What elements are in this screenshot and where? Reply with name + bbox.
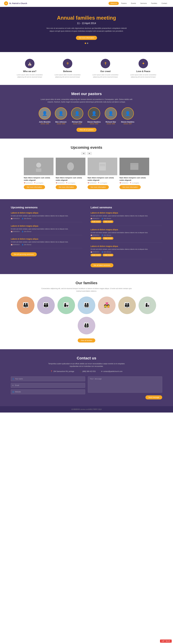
upcoming-sermons-col: Upcoming seremons Labore et dolore magna… xyxy=(11,206,82,267)
view-all-pastors-button[interactable]: View all our pastors xyxy=(76,128,97,132)
event-4-cta[interactable]: Get more information xyxy=(120,185,141,189)
event-4-meta: 📅 02/06/2014 📍 Los Angeles xyxy=(120,182,149,184)
contact-email-input[interactable] xyxy=(11,383,85,388)
event-3-meta: 📅 02/06/2014 📍 Los Angeles xyxy=(88,182,117,184)
events-grid: Nam libero tempore cum soluta nobis elig… xyxy=(11,158,162,189)
event-card-1: Nam libero tempore cum soluta nobis elig… xyxy=(24,158,54,189)
feature-peace-desc: Lorem ipsum dolor sit amet consectetur a… xyxy=(130,74,157,78)
feature-who-title: Who we are? xyxy=(16,70,43,72)
event-1-location: 📍 Los Angeles xyxy=(34,182,44,184)
nav-link-families[interactable]: Families xyxy=(149,2,159,5)
svg-point-1 xyxy=(36,163,41,168)
contact-address: 📍 294 Samueshon Rd, portage xyxy=(50,370,74,372)
pastor-2-avatar: 👤 xyxy=(55,107,67,120)
family-7: 👩‍👦 xyxy=(138,296,156,314)
feature-creed-desc: Lorem ipsum dolor sit amet consectetur a… xyxy=(92,74,119,78)
video-record-3-button[interactable]: Video record xyxy=(102,254,114,256)
feature-who-desc: Lorem ipsum dolor sit amet consectetur a… xyxy=(16,74,43,78)
event-1-meta: 📅 02/04/2014 📍 Los Angeles xyxy=(24,182,54,184)
events-nav: ◀ ▶ xyxy=(11,152,162,155)
pastor-3-date: Joined: 2002 xyxy=(71,123,83,124)
pastor-6-date: Joined: 2007 xyxy=(121,123,134,124)
video-record-2-button[interactable]: Video record xyxy=(102,237,114,240)
video-record-1-button[interactable]: Video record xyxy=(102,220,114,223)
svg-text:💑: 💑 xyxy=(104,302,110,308)
website-icon: 🌐 xyxy=(12,391,14,393)
website-field-wrap: 🌐 xyxy=(11,390,85,394)
pastor-3-avatar: 👤 xyxy=(71,107,83,120)
nav-link-sermons[interactable]: Sermons xyxy=(138,2,149,5)
event-3-cta[interactable]: Get more information xyxy=(88,185,109,189)
events-prev-button[interactable]: ◀ xyxy=(81,152,86,155)
event-4-image xyxy=(120,158,149,175)
audio-record-3-button[interactable]: Audio record xyxy=(90,254,102,256)
name-field-wrap: 👤 xyxy=(11,376,85,381)
latest-sermon-1-pastor: 👤 John Beman xyxy=(102,218,111,219)
pastor-2-date: Joined: 2000 xyxy=(55,123,67,124)
event-3-image xyxy=(88,158,117,175)
event-1-cta[interactable]: Get more information xyxy=(24,185,45,189)
event-2-location: 📍 Los Angeles xyxy=(66,182,75,184)
latest-sermon-1-btns: Audio record Video record xyxy=(90,220,162,223)
nav-link-about[interactable]: About us xyxy=(108,2,119,5)
sermon-1-date: 📅 05/04/2014 xyxy=(11,218,20,219)
feature-believes-title: Believes xyxy=(54,70,81,72)
event-2-title: Nam libero tempore cum soluta nobis elig… xyxy=(56,176,86,182)
latest-sermon-2-desc: Ut enim ad minim veniam, quis nostrud ex… xyxy=(90,232,162,234)
peace-icon: ✦ xyxy=(138,59,148,68)
events-title: Upcoming events xyxy=(11,145,162,150)
navbar: ✦ St. Patrick's Church About us Pastors … xyxy=(0,0,173,7)
hero-cta-button[interactable]: Get more information xyxy=(76,36,97,40)
latest-sermon-1-date: 📅 05/04/2014 xyxy=(90,218,99,219)
latest-sermon-3-pastor: 👤 John Beman xyxy=(102,251,111,253)
view-all-families-button[interactable]: View all families xyxy=(78,338,95,342)
family-8: 👨‍👩‍👦‍👦 xyxy=(78,317,95,334)
contact-message-input[interactable] xyxy=(88,376,162,393)
event-2-cta[interactable]: Get more information xyxy=(56,185,77,189)
latest-sermon-2-meta: 📅 05/06/2014 👤 John Beman xyxy=(90,234,162,236)
events-next-button[interactable]: ▶ xyxy=(87,152,92,155)
see-all-upcoming-button[interactable]: See all upcoming seremons xyxy=(11,252,37,256)
latest-sermon-3-btns: Audio record Video record xyxy=(90,254,162,256)
event-card-3: Nam libero tempore cum soluta nobis elig… xyxy=(88,158,117,189)
pastor-2: 👤 Ben Johnson Joined: 2000 xyxy=(55,107,67,124)
audio-record-1-button[interactable]: Audio record xyxy=(90,220,102,223)
who-icon: ⛪ xyxy=(25,59,34,68)
event-2-image xyxy=(56,158,86,175)
nav-links: About us Pastors Events Sermons Families… xyxy=(108,2,169,5)
hero-dot-1[interactable] xyxy=(85,42,86,44)
latest-sermons-col: Latest seremons Labore et dolore magna a… xyxy=(90,206,162,267)
see-all-latest-button[interactable]: See all latest seremons xyxy=(90,263,114,267)
latest-sermon-2-title: Labore et dolore magna aliqua xyxy=(90,228,162,231)
send-message-button[interactable]: Send message xyxy=(146,395,162,400)
latest-sermons-title: Latest seremons xyxy=(90,206,162,209)
audio-record-2-button[interactable]: Audio record xyxy=(90,237,102,240)
contact-phone: 📞 (888) 589 423 553 xyxy=(80,370,96,372)
pastors-grid: 👤 John Blumkin Joined: 1996 👤 Ben Johnso… xyxy=(11,107,162,124)
pastor-5-avatar: 👤 xyxy=(105,107,117,120)
contact-info: 📍 294 Samueshon Rd, portage 📞 (888) 589 … xyxy=(11,370,162,372)
svg-text:👨‍👩‍👦‍👦: 👨‍👩‍👦‍👦 xyxy=(84,322,90,328)
features-section: ⛪ Who we are? Lorem ipsum dolor sit amet… xyxy=(0,52,173,85)
upcoming-sermon-1-title: Labore et dolore magna aliqua xyxy=(11,212,82,214)
nav-link-events[interactable]: Events xyxy=(129,2,138,5)
pastors-desc: Lorem ipsum dolor sit amet, consectetur … xyxy=(39,98,134,103)
email-field-icon: ✉ xyxy=(12,384,14,386)
sermon-2-date: 📅 05/04/2014 xyxy=(11,231,20,232)
hero-dot-2[interactable] xyxy=(87,42,88,44)
event-3-location: 📍 Los Angeles xyxy=(98,182,107,184)
nav-link-pastors[interactable]: Pastors xyxy=(119,2,129,5)
upcoming-sermon-2-desc: Ut enim ad minim veniam, quis nostrud ex… xyxy=(11,228,82,230)
feature-believes: ⚜ Believes Lorem ipsum dolor sit amet co… xyxy=(54,59,81,78)
upcoming-sermon-2-title: Labore et dolore magna aliqua xyxy=(11,225,82,227)
sermons-section: Upcoming seremons Labore et dolore magna… xyxy=(0,199,173,274)
event-card-2: Nam libero tempore cum soluta nobis elig… xyxy=(56,158,86,189)
contact-website-input[interactable] xyxy=(11,390,85,394)
email-icon: ✉ xyxy=(101,370,102,372)
contact-name-input[interactable] xyxy=(11,376,85,381)
svg-rect-6 xyxy=(99,162,106,170)
upcoming-sermon-3: Labore et dolore magna aliqua Ut enim ad… xyxy=(11,238,82,248)
upcoming-sermon-3-desc: Ut enim ad minim veniam, quis nostrud ex… xyxy=(11,241,82,243)
nav-link-contact[interactable]: Contact xyxy=(160,2,169,5)
families-desc: Consectetur adipiscing elit, sed do eius… xyxy=(39,287,134,292)
